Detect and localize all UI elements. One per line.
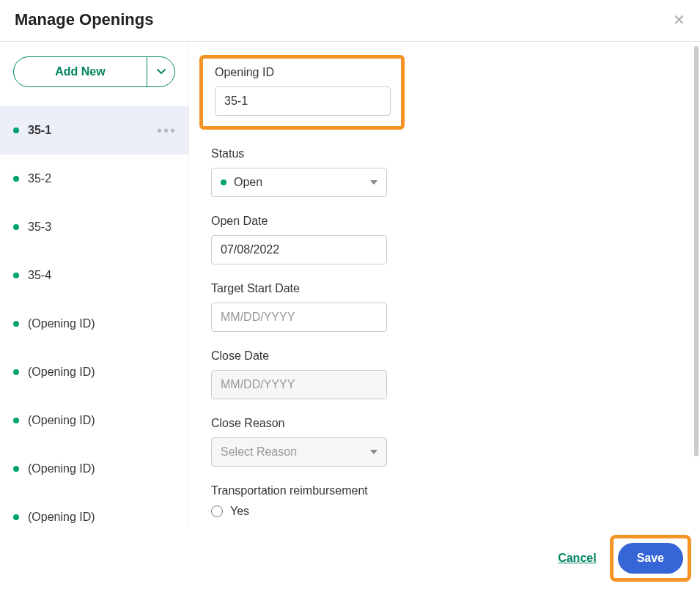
status-dot-icon bbox=[13, 418, 19, 423]
sidebar-item-35-1[interactable]: 35-1 ••• bbox=[0, 106, 188, 155]
status-dot-icon bbox=[13, 273, 19, 278]
sidebar-item-label: 35-4 bbox=[28, 269, 51, 282]
field-opening-id: Opening ID bbox=[211, 58, 678, 130]
save-button[interactable]: Save bbox=[618, 543, 683, 574]
field-status: Status Open bbox=[211, 147, 678, 197]
sidebar-item-opening[interactable]: (Opening ID) bbox=[0, 493, 188, 525]
target-start-date-label: Target Start Date bbox=[211, 282, 678, 295]
target-start-date-input[interactable] bbox=[211, 303, 387, 332]
more-options-icon[interactable]: ••• bbox=[157, 122, 177, 139]
open-date-input[interactable] bbox=[211, 235, 387, 264]
sidebar-item-35-3[interactable]: 35-3 bbox=[0, 203, 188, 251]
close-icon[interactable]: ✕ bbox=[673, 12, 685, 27]
status-value: Open bbox=[234, 176, 262, 189]
radio-icon[interactable] bbox=[211, 505, 223, 517]
sidebar-item-label: (Opening ID) bbox=[28, 366, 95, 379]
add-new-button[interactable]: Add New bbox=[14, 57, 147, 86]
cancel-button[interactable]: Cancel bbox=[558, 552, 596, 565]
sidebar-item-35-4[interactable]: 35-4 bbox=[0, 251, 188, 300]
status-dot-icon bbox=[13, 224, 19, 230]
sidebar-item-opening[interactable]: (Opening ID) bbox=[0, 445, 188, 493]
field-close-reason: Close Reason Select Reason bbox=[211, 417, 678, 467]
sidebar-item-label: 35-1 bbox=[28, 124, 51, 137]
dialog-footer: Cancel Save bbox=[0, 527, 700, 589]
scrollbar-thumb[interactable] bbox=[694, 46, 699, 456]
opening-id-input[interactable] bbox=[215, 86, 391, 116]
chevron-down-icon bbox=[370, 450, 377, 454]
status-dot-icon bbox=[13, 369, 19, 375]
chevron-down-icon bbox=[370, 180, 377, 185]
status-dot-icon bbox=[13, 466, 19, 472]
opening-list: 35-1 ••• 35-2 35-3 35-4 (Opening ID) bbox=[0, 106, 188, 525]
status-dot-icon bbox=[221, 179, 226, 185]
sidebar-item-opening[interactable]: (Opening ID) bbox=[0, 348, 188, 396]
close-reason-select[interactable]: Select Reason bbox=[211, 437, 387, 467]
opening-id-label: Opening ID bbox=[215, 66, 391, 79]
add-new-dropdown-toggle[interactable] bbox=[147, 57, 174, 86]
sidebar-item-label: 35-3 bbox=[28, 221, 51, 234]
sidebar-item-label: (Opening ID) bbox=[28, 414, 95, 427]
field-target-start-date: Target Start Date bbox=[211, 282, 678, 332]
highlight-annotation: Opening ID bbox=[199, 55, 405, 130]
sidebar-item-label: (Opening ID) bbox=[28, 462, 95, 475]
open-date-label: Open Date bbox=[211, 215, 678, 228]
status-dot-icon bbox=[13, 176, 19, 182]
field-transportation-reimbursement: Transportation reimbursement Yes bbox=[211, 484, 678, 518]
transport-label: Transportation reimbursement bbox=[211, 484, 678, 497]
close-date-input[interactable] bbox=[211, 370, 387, 399]
form-panel: Opening ID Status Open Open Date Target … bbox=[189, 42, 700, 525]
highlight-annotation: Save bbox=[610, 535, 691, 582]
sidebar: Add New 35-1 ••• 35-2 35-3 35 bbox=[0, 42, 189, 525]
sidebar-item-opening[interactable]: (Opening ID) bbox=[0, 300, 188, 348]
field-open-date: Open Date bbox=[211, 215, 678, 264]
transport-option-yes[interactable]: Yes bbox=[211, 505, 678, 518]
sidebar-item-opening[interactable]: (Opening ID) bbox=[0, 396, 188, 445]
status-label: Status bbox=[211, 147, 678, 160]
sidebar-item-label: 35-2 bbox=[28, 172, 51, 185]
add-new-container: Add New bbox=[0, 56, 188, 106]
close-reason-placeholder: Select Reason bbox=[221, 445, 297, 459]
dialog-title: Manage Openings bbox=[15, 10, 153, 29]
sidebar-item-label: (Opening ID) bbox=[28, 511, 95, 524]
dialog-body: Add New 35-1 ••• 35-2 35-3 35 bbox=[0, 42, 700, 525]
transport-yes-label: Yes bbox=[230, 505, 249, 518]
scrollbar-track[interactable] bbox=[694, 46, 699, 464]
status-dot-icon bbox=[13, 514, 19, 520]
close-date-label: Close Date bbox=[211, 349, 678, 363]
status-select[interactable]: Open bbox=[211, 168, 387, 197]
sidebar-item-35-2[interactable]: 35-2 bbox=[0, 155, 188, 203]
dialog-header: Manage Openings ✕ bbox=[0, 0, 700, 42]
add-new-split-button: Add New bbox=[13, 56, 175, 87]
chevron-down-icon bbox=[157, 67, 166, 76]
status-dot-icon bbox=[13, 321, 19, 327]
close-reason-label: Close Reason bbox=[211, 417, 678, 430]
field-close-date: Close Date bbox=[211, 349, 678, 399]
status-dot-icon bbox=[13, 127, 19, 133]
sidebar-item-label: (Opening ID) bbox=[28, 317, 95, 330]
